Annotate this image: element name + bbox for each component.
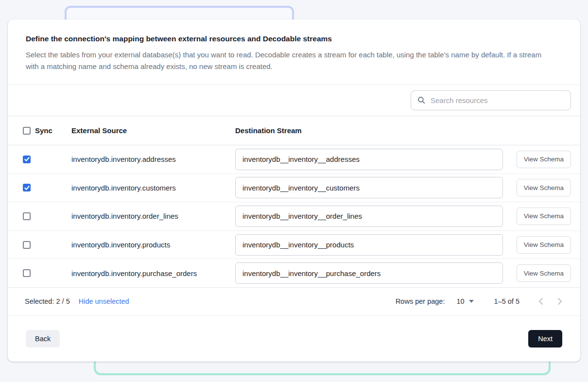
rows-per-page-select[interactable]: 10: [456, 297, 473, 305]
sync-checkbox[interactable]: [23, 156, 31, 163]
sync-checkbox[interactable]: [23, 212, 31, 220]
search-icon: [417, 96, 426, 104]
table-row: inventorydb.inventory.customers View Sch…: [8, 174, 580, 203]
table-row: inventorydb.inventory.products View Sche…: [8, 231, 580, 260]
table-row: inventorydb.inventory.purchase_orders Vi…: [8, 259, 580, 288]
previous-page-button[interactable]: [535, 295, 547, 307]
destination-stream-input[interactable]: [235, 177, 503, 198]
pagination: Rows per page: 10 1–5 of 5: [396, 295, 566, 307]
chevron-left-icon: [538, 297, 543, 305]
view-schema-button[interactable]: View Schema: [517, 208, 571, 225]
rows-per-page-label: Rows per page:: [396, 297, 445, 305]
sync-checkbox[interactable]: [23, 269, 31, 277]
selected-count-label: Selected: 2 / 5: [25, 297, 70, 305]
rows-per-page-value: 10: [456, 297, 464, 305]
external-source-label: inventorydb.inventory.addresses: [71, 155, 235, 163]
view-schema-button[interactable]: View Schema: [517, 151, 571, 168]
destination-stream-input[interactable]: [235, 234, 503, 256]
dropdown-caret-icon: [469, 300, 474, 303]
external-source-label: inventorydb.inventory.customers: [71, 184, 235, 192]
sync-checkbox[interactable]: [23, 241, 31, 249]
column-header-sync: Sync: [35, 126, 52, 135]
dialog-header: Define the connection's mapping between …: [8, 19, 580, 85]
table-header-row: Sync External Source Destination Stream: [8, 116, 580, 145]
page-range-label: 1–5 of 5: [494, 297, 519, 305]
table-body: inventorydb.inventory.addresses View Sch…: [8, 145, 580, 288]
select-all-checkbox[interactable]: [23, 127, 31, 135]
chevron-right-icon: [557, 297, 562, 305]
next-page-button[interactable]: [554, 295, 566, 307]
search-box: [411, 90, 571, 110]
view-schema-button[interactable]: View Schema: [517, 179, 571, 196]
connection-mapping-dialog: Define the connection's mapping between …: [8, 19, 580, 362]
check-icon: [24, 156, 30, 162]
search-input[interactable]: [411, 90, 571, 110]
external-source-label: inventorydb.inventory.order_lines: [71, 212, 235, 220]
table-row: inventorydb.inventory.order_lines View S…: [8, 202, 580, 231]
destination-stream-input[interactable]: [235, 206, 503, 227]
check-icon: [24, 185, 30, 191]
hide-unselected-link[interactable]: Hide unselected: [79, 297, 129, 305]
column-header-destination-stream: Destination Stream: [235, 126, 503, 135]
dialog-actions: Back Next: [8, 316, 580, 362]
table-row: inventorydb.inventory.addresses View Sch…: [8, 145, 580, 174]
dialog-title: Define the connection's mapping between …: [26, 35, 562, 43]
next-button[interactable]: Next: [528, 330, 562, 347]
external-source-label: inventorydb.inventory.products: [71, 241, 235, 249]
external-source-label: inventorydb.inventory.purchase_orders: [71, 269, 235, 278]
back-button[interactable]: Back: [26, 330, 60, 347]
destination-stream-input[interactable]: [235, 149, 503, 170]
view-schema-button[interactable]: View Schema: [517, 236, 571, 254]
view-schema-button[interactable]: View Schema: [517, 264, 571, 282]
search-toolbar: [8, 85, 580, 116]
dialog-description: Select the tables from your external dat…: [26, 49, 551, 72]
destination-stream-input[interactable]: [235, 262, 503, 284]
column-header-external-source: External Source: [71, 126, 235, 135]
sync-checkbox[interactable]: [23, 184, 31, 191]
table-footer: Selected: 2 / 5 Hide unselected Rows per…: [8, 288, 580, 316]
